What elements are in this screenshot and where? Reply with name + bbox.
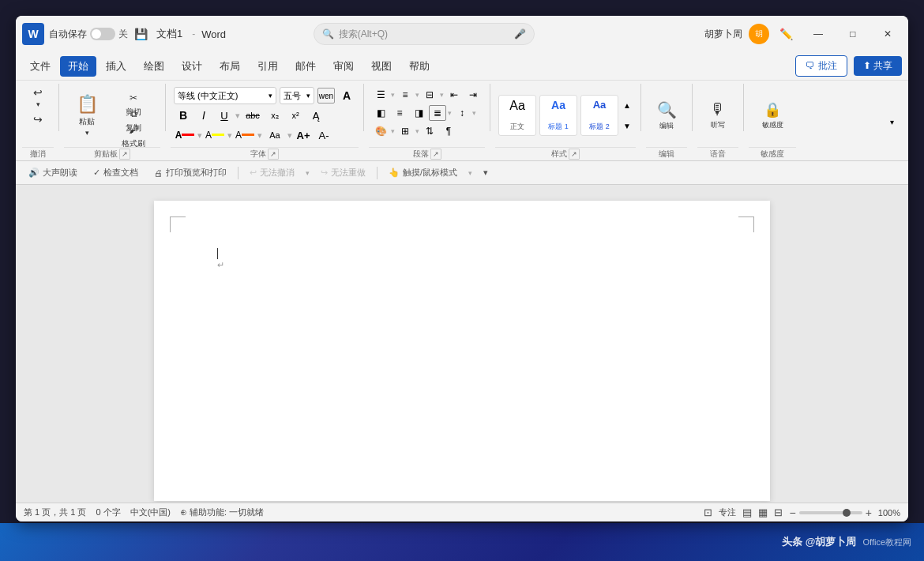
superscript-button[interactable]: x² — [286, 107, 305, 124]
menu-item-draw[interactable]: 绘图 — [136, 56, 172, 77]
ordered-list-button[interactable]: ≡ — [396, 87, 414, 103]
style-h2[interactable]: Aa 标题 2 — [580, 95, 618, 136]
menu-item-view[interactable]: 视图 — [363, 56, 400, 77]
view-read-icon[interactable]: ⊟ — [774, 506, 783, 518]
word-logo-icon: W — [22, 23, 44, 45]
sensitivity-group-label: 敏感度 — [749, 147, 796, 160]
save-icon[interactable]: 💾 — [133, 26, 148, 42]
search-box[interactable]: 🔍 搜索(Alt+Q) 🎤 — [314, 23, 535, 45]
style-normal[interactable]: Aa 正文 — [498, 95, 536, 136]
share-button[interactable]: ⬆ 共享 — [854, 56, 902, 76]
zoom-out-button[interactable]: − — [789, 506, 795, 519]
paste-button[interactable]: 📋 粘贴 ▾ — [67, 92, 107, 139]
strikethrough-button[interactable]: abc — [242, 107, 264, 124]
zoom-in-button[interactable]: + — [866, 506, 872, 519]
copy-button[interactable]: ⧉ 复制 — [110, 108, 157, 122]
align-center-button[interactable]: ≡ — [391, 105, 408, 121]
wen-button[interactable]: wen — [317, 88, 335, 104]
status-right: ⊡ 专注 ▤ ▦ ⊟ − + 100% — [704, 506, 900, 519]
status-bar: 第 1 页，共 1 页 0 个字 中文(中国) ⊕ 辅助功能: 一切就绪 ⊡ 专… — [16, 503, 908, 521]
autosave-toggle[interactable] — [90, 28, 115, 40]
focus-mode-icon[interactable]: ⊡ — [704, 506, 712, 518]
font-color-button[interactable]: A — [174, 126, 196, 144]
align-right-button[interactable]: ◨ — [410, 105, 427, 121]
search-icon: 🔍 — [322, 28, 334, 40]
zoom-slider[interactable] — [799, 511, 862, 514]
sensitivity-button[interactable]: 🔒 敏感度 — [752, 92, 793, 139]
menu-item-design[interactable]: 设计 — [174, 56, 210, 77]
cut-button[interactable]: ✂ 剪切 — [110, 92, 157, 107]
autosave-area: 自动保存 关 — [49, 28, 128, 41]
menu-item-mailings[interactable]: 邮件 — [287, 56, 324, 77]
user-avatar[interactable]: 胡 — [749, 24, 769, 44]
maximize-button[interactable]: □ — [839, 23, 867, 45]
taskbar-watermark: 头条 @胡萝卜周 — [782, 535, 856, 549]
shading-button[interactable]: 🎨 — [372, 123, 389, 139]
increase-indent-button[interactable]: ⇥ — [464, 87, 482, 103]
style-h1[interactable]: Aa 标题 1 — [539, 95, 577, 136]
char-color-button[interactable]: A — [234, 126, 256, 144]
decrease-indent-button[interactable]: ⇤ — [445, 87, 463, 103]
find-replace-button[interactable]: 🔍 编辑 — [649, 92, 684, 139]
menu-right: 🗨 批注 ⬆ 共享 — [795, 55, 902, 77]
decrease-font-btn[interactable]: A- — [314, 126, 333, 144]
subscript-button[interactable]: x₂ — [265, 107, 284, 124]
multilevel-list-button[interactable]: ⊟ — [421, 87, 438, 103]
autosave-state: 关 — [118, 28, 128, 41]
show-formatting-button[interactable]: ¶ — [440, 123, 457, 139]
font-expand-icon[interactable]: ↗ — [268, 149, 279, 160]
close-button[interactable]: ✕ — [873, 23, 902, 45]
format-painter-button[interactable]: 🖌 格式刷 — [110, 124, 157, 138]
pen-icon[interactable]: ✏️ — [776, 23, 798, 45]
comment-button[interactable]: 🗨 批注 — [795, 55, 847, 77]
search-placeholder: 搜索(Alt+Q) — [339, 28, 509, 41]
clear-format-button[interactable]: Ą — [306, 107, 325, 124]
view-web-icon[interactable]: ▦ — [758, 506, 768, 518]
paragraph-expand-icon[interactable]: ↗ — [430, 149, 441, 160]
undo-disabled-button: ↩ 无法撤消 — [245, 165, 299, 180]
print-preview-button[interactable]: 🖨 打印预览和打印 — [149, 165, 231, 180]
unordered-list-button[interactable]: ☰ — [372, 87, 389, 103]
borders-button[interactable]: ⊞ — [396, 123, 414, 139]
ribbon-collapse-button[interactable]: ▾ — [885, 99, 899, 146]
clipboard-expand-icon[interactable]: ↗ — [119, 149, 130, 160]
minimize-button[interactable]: — — [804, 23, 832, 45]
mic-icon[interactable]: 🎤 — [514, 28, 526, 40]
redo-button[interactable]: ↪ — [25, 109, 51, 130]
justify-button[interactable]: ≣ — [429, 105, 446, 121]
quick-toolbar: 🔊 大声朗读 ✓ 检查文档 🖨 打印预览和打印 ↩ 无法撤消 ▾ ↪ 无法重做 … — [16, 161, 908, 185]
menu-item-help[interactable]: 帮助 — [401, 56, 438, 77]
menu-item-references[interactable]: 引用 — [250, 56, 286, 77]
underline-button[interactable]: U — [215, 107, 234, 124]
touch-mode-button[interactable]: 👆 触摸/鼠标模式 — [384, 165, 462, 180]
font-group: 等线 (中文正文) ▾ 五号 ▾ wen A B I U — [171, 84, 359, 160]
ribbon: ↩ ▾ ↪ 撤消 📋 粘贴 — [16, 81, 908, 161]
bold-button[interactable]: B — [174, 107, 193, 124]
font-size-dropdown[interactable]: 五号 ▾ — [280, 87, 314, 104]
highlight-button[interactable]: A — [204, 126, 226, 144]
increase-font-btn[interactable]: A+ — [294, 126, 313, 144]
quick-toolbar-expand[interactable]: ▾ — [479, 166, 493, 179]
sort-button[interactable]: ⇅ — [421, 123, 438, 139]
menu-item-layout[interactable]: 布局 — [212, 56, 248, 77]
styles-expand-icon[interactable]: ↗ — [569, 149, 580, 160]
undo-button[interactable]: ↩ ▾ — [25, 87, 51, 107]
align-left-button[interactable]: ◧ — [372, 105, 389, 121]
styles-scroll-up[interactable]: ▲ — [622, 96, 633, 115]
font-case-button[interactable]: Aa — [264, 126, 286, 144]
check-doc-button[interactable]: ✓ 检查文档 — [88, 165, 143, 180]
view-layout-icon[interactable]: ▤ — [742, 506, 752, 518]
document-page[interactable]: ↵ — [154, 201, 770, 501]
menu-item-insert[interactable]: 插入 — [98, 56, 134, 77]
dictation-button[interactable]: 🎙 听写 — [701, 92, 735, 139]
styles-scroll-down[interactable]: ▼ — [622, 116, 633, 135]
read-aloud-button[interactable]: 🔊 大声朗读 — [24, 165, 82, 180]
font-family-dropdown[interactable]: 等线 (中文正文) ▾ — [174, 87, 276, 104]
enlarge-font-button[interactable]: A — [338, 88, 355, 104]
menu-item-home[interactable]: 开始 — [60, 56, 96, 77]
menu-item-review[interactable]: 审阅 — [325, 56, 362, 77]
italic-button[interactable]: I — [194, 107, 213, 124]
menu-item-file[interactable]: 文件 — [22, 56, 58, 77]
line-spacing-button[interactable]: ↕ — [453, 105, 471, 121]
focus-mode-label[interactable]: 专注 — [719, 506, 736, 518]
